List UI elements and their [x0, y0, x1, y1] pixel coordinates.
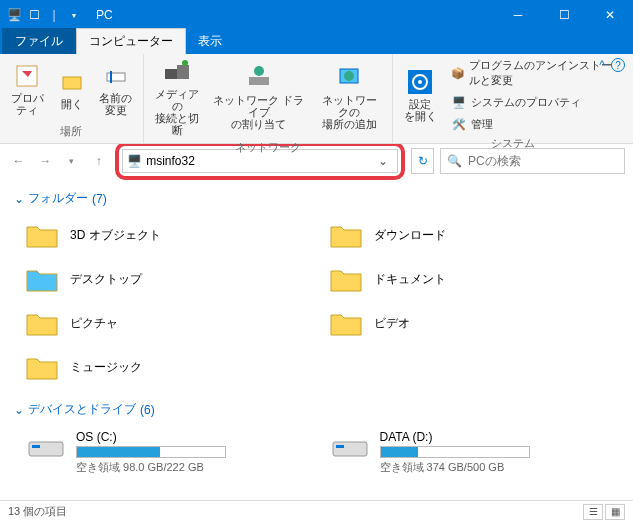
tab-view[interactable]: 表示 [186, 29, 234, 54]
drive-label: DATA (D:) [380, 430, 616, 444]
open-settings-button[interactable]: 設定 を開く [399, 66, 441, 124]
folder-item[interactable]: デスクトップ [22, 259, 316, 299]
properties-button[interactable]: プロパティ [6, 60, 49, 118]
item-count: 13 個の項目 [8, 504, 67, 519]
maximize-button[interactable]: ☐ [541, 0, 587, 30]
help-icon[interactable]: ? [611, 58, 625, 72]
svg-point-10 [344, 71, 354, 81]
close-button[interactable]: ✕ [587, 0, 633, 30]
open-button[interactable]: 開く [51, 66, 93, 112]
pc-icon: 🖥️ [6, 7, 22, 23]
back-button[interactable]: ← [8, 149, 29, 173]
folder-label: 3D オブジェクト [70, 227, 161, 244]
folder-label: デスクトップ [70, 271, 142, 288]
icons-view-button[interactable]: ▦ [605, 504, 625, 520]
status-bar: 13 個の項目 ☰ ▦ [0, 500, 633, 522]
chevron-down-icon: ⌄ [14, 403, 24, 417]
folder-item[interactable]: ドキュメント [326, 259, 620, 299]
content-area: ⌄ フォルダー (7) 3D オブジェクトダウンロードデスクトップドキュメントピ… [0, 178, 633, 488]
svg-rect-14 [29, 442, 63, 456]
qat-dropdown-icon[interactable]: ▾ [66, 7, 82, 23]
recent-dropdown[interactable]: ▾ [62, 149, 83, 173]
map-network-drive-button[interactable]: ネットワーク ドライブ の割り当て [207, 62, 311, 132]
ribbon-group-system: システム [399, 134, 627, 153]
ribbon-group-network: ネットワーク [150, 138, 386, 157]
network-drive-icon [245, 64, 273, 92]
collapse-ribbon-icon[interactable]: ^ [599, 58, 605, 72]
folder-item[interactable]: ビデオ [326, 303, 620, 343]
open-icon [58, 68, 86, 96]
folder-icon [328, 305, 364, 341]
drive-icon [26, 430, 66, 462]
drive-usage-bar [380, 446, 530, 458]
system-properties-icon: 🖥️ [451, 94, 467, 110]
drive-icon [330, 430, 370, 462]
svg-rect-2 [107, 73, 125, 81]
rename-button[interactable]: 名前の 変更 [95, 60, 137, 118]
folder-icon [24, 349, 60, 385]
folder-icon [24, 217, 60, 253]
manage-button[interactable]: 🛠️ 管理 [447, 114, 627, 134]
chevron-down-icon: ⌄ [14, 192, 24, 206]
drive-free-space: 空き領域 98.0 GB/222 GB [76, 460, 312, 475]
svg-rect-4 [165, 69, 177, 79]
folder-label: ピクチャ [70, 315, 118, 332]
svg-point-13 [418, 80, 422, 84]
drive-free-space: 空き領域 374 GB/500 GB [380, 460, 616, 475]
drive-label: OS (C:) [76, 430, 312, 444]
add-network-icon [335, 64, 363, 92]
drives-section-header[interactable]: ⌄ デバイスとドライブ (6) [14, 401, 619, 418]
folder-label: ビデオ [374, 315, 410, 332]
quick-access-toolbar: 🖥️ ☐ | ▾ [0, 7, 88, 23]
properties-icon [13, 62, 41, 90]
svg-rect-15 [32, 445, 40, 448]
svg-point-6 [182, 60, 188, 66]
folder-label: ドキュメント [374, 271, 446, 288]
rename-icon [102, 62, 130, 90]
manage-icon: 🛠️ [451, 116, 467, 132]
folder-item[interactable]: ミュージック [22, 347, 316, 387]
uninstall-icon: 📦 [451, 65, 465, 81]
drive-item[interactable]: DATA (D:)空き領域 374 GB/500 GB [326, 426, 620, 479]
drive-usage-bar [76, 446, 226, 458]
search-input[interactable] [468, 154, 618, 168]
drive-item[interactable]: OS (C:)空き領域 98.0 GB/222 GB [22, 426, 316, 479]
media-button[interactable]: メディアの 接続と切断 [150, 56, 205, 138]
add-network-location-button[interactable]: ネットワークの 場所の追加 [313, 62, 387, 132]
media-icon [163, 58, 191, 86]
ribbon: ^ ? プロパティ 開く 名前の 変更 場所 メディアの 接続と切断 [0, 54, 633, 144]
ribbon-tabs: ファイル コンピューター 表示 [0, 30, 633, 54]
folder-icon [328, 217, 364, 253]
tab-computer[interactable]: コンピューター [76, 28, 186, 54]
folder-label: ダウンロード [374, 227, 446, 244]
system-properties-button[interactable]: 🖥️ システムのプロパティ [447, 92, 627, 112]
search-icon: 🔍 [447, 154, 462, 168]
forward-button[interactable]: → [35, 149, 56, 173]
svg-rect-17 [336, 445, 344, 448]
folder-icon [328, 261, 364, 297]
up-button[interactable]: ↑ [88, 149, 109, 173]
svg-rect-7 [249, 77, 269, 85]
svg-rect-16 [333, 442, 367, 456]
window-title: PC [88, 8, 113, 22]
pc-address-icon: 🖥️ [127, 154, 142, 168]
minimize-button[interactable]: ─ [495, 0, 541, 30]
checkbox-icon[interactable]: ☐ [26, 7, 42, 23]
ribbon-group-location: 場所 [6, 122, 137, 141]
folder-item[interactable]: ピクチャ [22, 303, 316, 343]
svg-rect-5 [177, 65, 189, 79]
folder-item[interactable]: ダウンロード [326, 215, 620, 255]
settings-icon [406, 68, 434, 96]
folder-icon [24, 261, 60, 297]
folder-label: ミュージック [70, 359, 142, 376]
titlebar: 🖥️ ☐ | ▾ PC ─ ☐ ✕ [0, 0, 633, 30]
folders-section-header[interactable]: ⌄ フォルダー (7) [14, 190, 619, 207]
svg-rect-1 [63, 77, 81, 89]
qat-separator: | [46, 7, 62, 23]
svg-point-8 [254, 66, 264, 76]
ribbon-help: ^ ? [599, 58, 625, 72]
folder-icon [24, 305, 60, 341]
tab-file[interactable]: ファイル [2, 28, 76, 54]
folder-item[interactable]: 3D オブジェクト [22, 215, 316, 255]
details-view-button[interactable]: ☰ [583, 504, 603, 520]
